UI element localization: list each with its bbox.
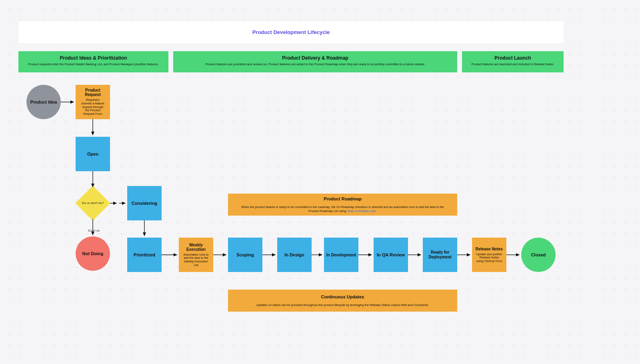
banner-updates-title: Continuous Updates — [321, 294, 364, 299]
node-product-idea: Product Idea — [26, 85, 61, 119]
banner-roadmap: Product Roadmap When the product feature… — [228, 194, 457, 216]
node-scoping-label: Scoping — [236, 252, 254, 257]
node-open: Open — [76, 137, 110, 171]
node-ready-deployment: Ready for Deployment — [423, 238, 457, 272]
node-prioritized: Prioritized — [127, 238, 162, 272]
node-decision-label: Do or don't do? — [76, 186, 110, 220]
node-release-notes: Release Notes Update and publish Release… — [472, 238, 506, 272]
edge-label-dont-do: Don't do — [88, 229, 100, 232]
stage-launch: Product Launch Product features are laun… — [462, 51, 564, 72]
node-in-qa: In QA Review — [374, 238, 408, 272]
stage-launch-sub: Product features are launched and includ… — [467, 62, 559, 66]
title-bar: Product Development Lifecycle — [18, 21, 564, 43]
stage-ideas-title: Product Ideas & Prioritization — [23, 55, 164, 61]
node-release-notes-sub: Update and publish Release Notes using C… — [474, 253, 505, 263]
node-product-request-label: Product Request — [78, 88, 108, 97]
node-product-idea-label: Product Idea — [30, 100, 57, 104]
node-in-design-label: In Design — [284, 252, 304, 257]
node-in-design: In Design — [277, 238, 312, 272]
title-text: Product Development Lifecycle — [252, 29, 330, 35]
node-considering-label: Considering — [132, 201, 157, 206]
node-product-request-sub: Requestor submits a feature request thro… — [78, 98, 108, 116]
node-closed: Closed — [521, 238, 556, 272]
node-prioritized-label: Prioritized — [134, 252, 155, 257]
node-ready-deployment-label: Ready for Deployment — [423, 250, 457, 260]
node-release-notes-label: Release Notes — [476, 247, 503, 251]
node-weekly-execution-label: Weekly Execution — [180, 243, 212, 252]
stage-delivery: Product Delivery & Roadmap Product featu… — [173, 51, 457, 72]
stage-delivery-title: Product Delivery & Roadmap — [178, 55, 452, 61]
banner-roadmap-link[interactable]: Tasks in Multiple Lists. — [347, 209, 377, 213]
stage-delivery-sub: Product features are prioritized and wor… — [178, 62, 452, 66]
node-weekly-execution-sub: Automation runs to add the task to the W… — [180, 253, 212, 267]
node-scoping: Scoping — [228, 238, 262, 272]
node-not-doing-label: Not Doing — [82, 251, 104, 256]
node-in-qa-label: In QA Review — [377, 252, 405, 257]
banner-roadmap-sub: When the product feature is ready to be … — [240, 205, 445, 213]
diagram-canvas[interactable]: Product Development Lifecycle Product Id… — [0, 0, 640, 364]
banner-updates-sub: Updates on status can be provided throug… — [256, 303, 429, 307]
stage-ideas-sub: Product requests enter the Product Maste… — [23, 62, 164, 66]
node-in-development: In Development — [324, 238, 358, 272]
banner-roadmap-title: Product Roadmap — [324, 196, 362, 201]
node-considering: Considering — [127, 186, 162, 220]
node-open-label: Open — [87, 152, 98, 156]
banner-updates: Continuous Updates Updates on status can… — [228, 290, 457, 312]
node-in-development-label: In Development — [326, 253, 356, 257]
stage-ideas: Product Ideas & Prioritization Product r… — [18, 51, 168, 72]
node-product-request: Product Request Requestor submits a feat… — [76, 85, 110, 119]
node-decision: Do or don't do? — [76, 186, 110, 220]
stage-launch-title: Product Launch — [467, 55, 559, 61]
node-closed-label: Closed — [531, 252, 546, 257]
node-weekly-execution: Weekly Execution Automation runs to add … — [179, 238, 213, 272]
node-not-doing: Not Doing — [76, 236, 110, 271]
